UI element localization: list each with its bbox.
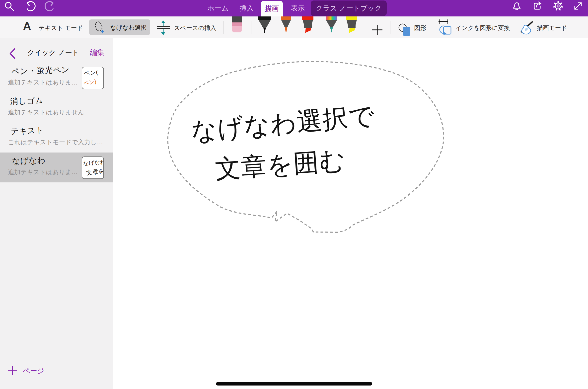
page-item-title-ink: なげなわ	[12, 155, 46, 167]
plus-icon	[7, 365, 17, 376]
page-item-subtitle: 追加テキストはありま…	[8, 168, 78, 176]
lasso-label: なげなわ選択	[110, 24, 147, 32]
lasso-icon	[93, 20, 108, 36]
page-list-sidebar: クイック ノート 編集 ペン・蛍光ペン 追加テキストはありま… ペン( ペン) …	[0, 38, 113, 389]
divider	[0, 356, 113, 356]
thumbnail-ink: なげなわ	[83, 158, 104, 167]
add-pen-button[interactable]	[372, 24, 383, 36]
shapes-label: 図形	[414, 24, 427, 32]
redo-icon[interactable]	[44, 0, 55, 12]
highlighter-yellow-tool[interactable]	[346, 16, 357, 34]
draw-mode-label: 描画モード	[537, 24, 567, 32]
home-indicator-bar[interactable]	[216, 382, 372, 386]
eraser-tool[interactable]	[232, 16, 242, 34]
draw-with-touch-icon	[520, 19, 535, 36]
sidebar-title: クイック ノート	[27, 48, 79, 57]
notifications-bell-icon[interactable]	[512, 1, 522, 12]
ink-text-line1: なげなわ選択で	[190, 101, 376, 146]
page-list-item[interactable]: ペン・蛍光ペン 追加テキストはありま… ペン( ペン)	[0, 63, 113, 93]
tab-home-label: ホーム	[207, 3, 228, 13]
title-bar: ホーム 挿入 描画 表示 クラス ノートブック	[0, 0, 588, 16]
page-item-thumbnail: なげなわ 文章を	[82, 156, 104, 179]
tab-draw[interactable]: 描画	[261, 1, 283, 16]
toolbar-separator	[390, 21, 390, 34]
search-icon[interactable]	[4, 1, 15, 13]
tab-class-notebook-label: クラス ノートブック	[316, 3, 382, 13]
pen-black-tool[interactable]	[258, 16, 271, 34]
edit-button[interactable]: 編集	[90, 48, 104, 58]
page-item-subtitle: 追加テキストはありま…	[8, 78, 78, 86]
tab-insert-label: 挿入	[240, 3, 254, 13]
page-list-item-selected[interactable]: なげなわ 追加テキストはありま… なげなわ 文章を	[0, 153, 113, 182]
toolbar-separator	[223, 21, 223, 34]
share-icon[interactable]	[532, 1, 542, 12]
undo-icon[interactable]	[25, 0, 36, 12]
expand-fullscreen-icon[interactable]	[573, 1, 583, 12]
ink-to-shape-icon	[437, 18, 452, 37]
back-chevron-icon[interactable]	[9, 48, 16, 60]
tab-insert[interactable]: 挿入	[240, 0, 254, 16]
text-mode-a-icon: A	[23, 19, 31, 33]
insert-space-label: スペースの挿入	[174, 24, 216, 32]
thumbnail-ink: 文章を	[86, 167, 104, 177]
pen-orange-tool[interactable]	[281, 16, 291, 34]
settings-gear-icon[interactable]	[553, 0, 564, 12]
ink-text-line2: 文章を囲む	[214, 146, 347, 183]
page-item-thumbnail: ペン( ペン)	[82, 67, 104, 89]
tab-view-label: 表示	[291, 3, 305, 13]
thumbnail-ink: ペン)	[83, 78, 97, 87]
thumbnail-ink: ペン(	[83, 68, 98, 78]
page-list-item[interactable]: 消しゴム 追加テキストはありません	[0, 93, 113, 123]
highlighter-red-tool[interactable]	[302, 16, 313, 34]
drawing-toolbar: A テキスト モード なげなわ選択 スペースの挿入	[0, 16, 588, 38]
page-item-title-ink: テキスト	[10, 125, 44, 137]
pen-rainbow-tool[interactable]	[326, 16, 337, 34]
tab-home[interactable]: ホーム	[207, 0, 228, 16]
lasso-select-button[interactable]: なげなわ選択	[89, 19, 150, 35]
page-item-subtitle: 追加テキストはありません	[8, 108, 84, 116]
ink-layer: なげなわ選択で 文章を囲む	[114, 38, 588, 389]
toolbar-separator	[251, 21, 251, 34]
page-item-title-ink: 消しゴム	[10, 95, 44, 107]
page-item-title-ink: ペン・蛍光ペン	[11, 64, 70, 77]
lasso-selection-outline	[168, 62, 443, 232]
page-list-item[interactable]: テキスト これはテキストモードで入力し…	[0, 123, 113, 153]
tab-view[interactable]: 表示	[291, 0, 305, 16]
add-page-label: ページ	[23, 366, 44, 376]
ink-to-shape-label: インクを図形に変換	[455, 24, 510, 32]
insert-space-icon	[156, 20, 170, 36]
drawing-canvas[interactable]: なげなわ選択で 文章を囲む	[114, 38, 588, 389]
page-item-subtitle: これはテキストモードで入力し…	[8, 138, 103, 146]
tab-draw-label: 描画	[265, 4, 279, 13]
shapes-icon	[398, 23, 411, 37]
text-mode-label: テキスト モード	[39, 24, 83, 32]
tab-class-notebook[interactable]: クラス ノートブック	[311, 0, 387, 16]
